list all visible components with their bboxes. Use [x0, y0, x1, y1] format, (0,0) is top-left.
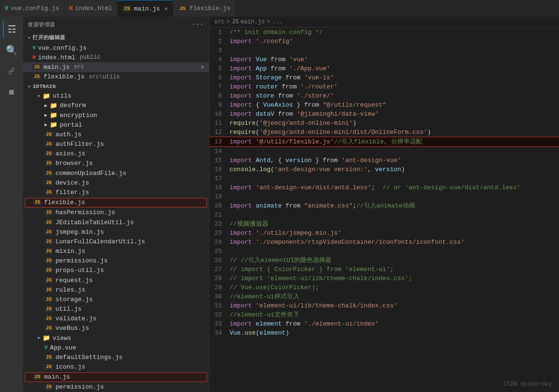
file-icons-js[interactable]: JS icons.js: [23, 362, 209, 372]
extensions-icon[interactable]: ■: [3, 84, 20, 101]
file-defaultsettings-js[interactable]: JS defaultSettings.js: [23, 352, 209, 362]
sidebar-title: 资源管理器: [28, 21, 55, 28]
file-lunar-js[interactable]: JS LunarFullCalendarUtil.js: [23, 237, 209, 246]
line-number: 25: [209, 247, 230, 256]
close-icon[interactable]: ✕: [201, 64, 204, 71]
file-request-js[interactable]: JS request.js: [23, 275, 209, 285]
line-number: 32: [209, 310, 230, 319]
sidebar-actions: ···: [191, 21, 204, 28]
js-file-icon: JS: [44, 209, 53, 216]
file-jeditabletable-js[interactable]: JS JEditableTableUtil.js: [23, 218, 209, 227]
code-content: import Vue from 'vue': [230, 55, 559, 64]
file-name: vue.config.js: [38, 44, 87, 52]
tab-bar: V vue.config.js H index.html JS main.js …: [0, 0, 559, 17]
source-control-icon[interactable]: ☍: [3, 63, 20, 80]
tab-vue-config-label: vue.config.js: [11, 5, 59, 12]
close-icon[interactable]: ✕: [164, 5, 168, 12]
code-content: require('@jeecg/antd-online-mini/dist/On…: [230, 128, 559, 137]
code-content: import element from './element-ui/index': [230, 319, 559, 328]
tab-vue-config[interactable]: V vue.config.js: [0, 0, 65, 17]
line-number: 7: [209, 82, 230, 91]
file-jsmpeg-js[interactable]: JS jsmpeg.min.js: [23, 227, 209, 237]
code-line-18: 18 import 'ant-design-vue/dist/antd.less…: [209, 183, 559, 192]
open-file-flexible-js[interactable]: JS flexible.js src\utils: [23, 72, 209, 82]
js-file-icon: JS: [44, 131, 53, 138]
code-line-10: 10 import dataV from '@jiaminghi/data-vi…: [209, 109, 559, 119]
file-auth-js[interactable]: JS auth.js: [23, 130, 209, 139]
code-content: import '@/utils/flexible.js'//引入flexible…: [230, 137, 559, 146]
file-name: authFilter.js: [55, 141, 104, 148]
tab-index-html[interactable]: H index.html: [65, 0, 118, 17]
tree-section[interactable]: ▾ 3DTRAIN: [23, 82, 209, 91]
file-axios-js[interactable]: JS axios.js: [23, 149, 209, 159]
code-line-13: 13 import '@/utils/flexible.js'//引入flexi…: [209, 137, 559, 147]
arrow-down-icon: ▾: [28, 84, 31, 89]
open-editors-section[interactable]: ▾ 打开的编辑器: [23, 32, 209, 43]
line-number: 2: [209, 37, 230, 46]
file-vuebus-js[interactable]: JS vueBus.js: [23, 324, 209, 333]
search-icon[interactable]: 🔍: [3, 42, 20, 59]
code-line-29: 29 // Vue.use(ColorPicker);: [209, 283, 559, 292]
open-file-index-html[interactable]: H index.html public: [23, 53, 209, 62]
file-haspermission-js[interactable]: JS hasPermission.js: [23, 208, 209, 218]
file-permission-js[interactable]: JS permission.js: [23, 382, 209, 392]
js-file-icon: JS: [44, 258, 53, 264]
file-commonupload-js[interactable]: JS commonUploadFile.js: [23, 168, 209, 178]
code-line-17: 17: [209, 174, 559, 183]
line-number: 34: [209, 328, 230, 338]
file-name: util.js: [55, 305, 82, 313]
line-number: 3: [209, 46, 230, 55]
tab-index-html-label: index.html: [75, 5, 112, 12]
file-main-js-tree[interactable]: JS main.js: [25, 372, 207, 382]
file-app-vue[interactable]: V App.vue: [23, 343, 209, 352]
more-icon[interactable]: ···: [191, 21, 204, 28]
file-filter-js[interactable]: JS filter.js: [23, 187, 209, 197]
folder-name: desform: [60, 102, 86, 109]
breadcrumb-dots: ...: [272, 19, 283, 25]
code-content: import 'ant-design-vue/dist/antd.less'; …: [230, 183, 559, 192]
folder-name: views: [53, 335, 71, 342]
file-device-js[interactable]: JS device.js: [23, 178, 209, 187]
js-file-icon: JS: [44, 141, 53, 147]
file-authfilter-js[interactable]: JS authFilter.js: [23, 140, 209, 149]
folder-utils[interactable]: ▾ 📁 utils: [23, 91, 209, 101]
folder-encryption[interactable]: ▶ 📁 encryption: [23, 110, 209, 120]
file-name: storage.js: [55, 296, 93, 303]
line-number: 31: [209, 301, 230, 310]
folder-portal[interactable]: ▶ 📁 portal: [23, 120, 209, 130]
file-name: auth.js: [55, 131, 82, 138]
line-number: 12: [209, 128, 230, 137]
code-content: //element-ui样式引入: [230, 292, 559, 301]
file-validate-js[interactable]: JS validate.js: [23, 314, 209, 324]
file-rules-js[interactable]: JS rules.js: [23, 285, 209, 294]
file-storage-js[interactable]: JS storage.js: [23, 294, 209, 304]
code-content: import 'element-ui/lib/theme-chalk/index…: [230, 301, 559, 310]
file-flexible-js[interactable]: JS flexible.js: [25, 198, 207, 207]
breadcrumb: src > JS main.js > ...: [209, 17, 559, 28]
tab-main-js[interactable]: JS main.js ✕: [118, 0, 173, 17]
sidebar-header: 资源管理器 ···: [23, 17, 209, 32]
folder-desform[interactable]: ▶ 📁 desform: [23, 101, 209, 110]
code-editor[interactable]: 1 /** init domain config */ 2 import './…: [209, 28, 559, 392]
folder-icon: 📁: [43, 92, 50, 100]
folder-views[interactable]: ▾ 📁 views: [23, 333, 209, 343]
file-browser-js[interactable]: JS browser.js: [23, 159, 209, 168]
explorer-icon[interactable]: ☶: [3, 21, 20, 38]
line-number: 30: [209, 292, 230, 301]
file-name: validate.js: [55, 315, 97, 322]
open-file-vue-config[interactable]: V vue.config.js: [23, 43, 209, 53]
code-line-2: 2 import './config': [209, 37, 559, 46]
js-file-icon: JS: [44, 296, 53, 303]
file-propsutil-js[interactable]: JS props-util.js: [23, 266, 209, 275]
tab-flexible-js[interactable]: JS flexible.js: [173, 0, 236, 17]
line-number: 23: [209, 229, 230, 238]
file-util-js[interactable]: JS util.js: [23, 304, 209, 314]
activity-bar: ☶ 🔍 ☍ ■: [0, 17, 23, 392]
open-file-main-js[interactable]: JS main.js src ✕: [23, 62, 209, 72]
file-permissions-js[interactable]: JS permissions.js: [23, 256, 209, 266]
line-number: 15: [209, 156, 230, 165]
code-content: import './utils/jsmpeg.min.js': [230, 229, 559, 238]
file-name: main.js: [44, 373, 70, 381]
code-line-27: 27 // import { ColorPicker } from 'eleme…: [209, 265, 559, 274]
file-mixin-js[interactable]: JS mixin.js: [23, 246, 209, 256]
